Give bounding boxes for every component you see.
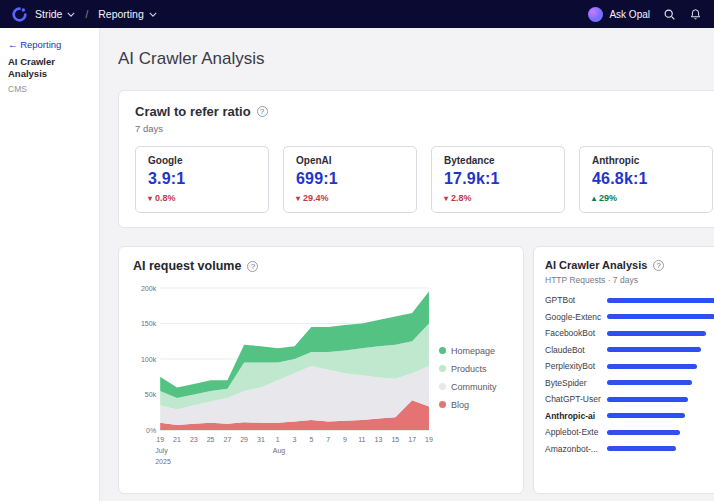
stacked-area-chart: 0%50k100k150k200k19212325272931135791113…: [133, 279, 435, 476]
legend-item-homepage[interactable]: Homepage: [439, 346, 509, 356]
crawl-to-refer-ratio-card: Crawl to refer ratio ? 7 days Google 3.9…: [118, 90, 714, 228]
crawler-bot-label: GPTBot: [545, 295, 607, 305]
crawler-bot-label: Google-Extenc: [545, 312, 607, 322]
legend-item-blog[interactable]: Blog: [439, 400, 509, 410]
crawler-bar-fill: [607, 347, 701, 352]
metric-delta: ▴29%: [592, 193, 700, 203]
crawler-card-title: AI Crawler Analysis: [545, 259, 647, 271]
crawler-bar-fill: [607, 314, 714, 319]
metric-card-bytedance: Bytedance 17.9k:1 ▾2.8%: [431, 146, 565, 213]
metric-label: Bytedance: [444, 155, 552, 166]
product-name: Stride: [35, 8, 62, 20]
svg-text:July: July: [155, 447, 168, 455]
help-icon[interactable]: ?: [257, 106, 268, 117]
help-icon[interactable]: ?: [247, 261, 258, 272]
legend-label: Blog: [451, 400, 469, 410]
svg-text:19: 19: [156, 436, 164, 443]
delta-value: 29.4%: [303, 193, 329, 203]
legend-item-products[interactable]: Products: [439, 364, 509, 374]
crawler-bar-track: [607, 331, 714, 336]
legend-label: Homepage: [451, 346, 495, 356]
crawler-bot-label: Amazonbot-...: [545, 444, 607, 454]
crawler-bar-row: ClaudeBot: [545, 345, 714, 355]
metric-label: Anthropic: [592, 155, 700, 166]
crawler-bar-track: [607, 364, 714, 369]
svg-text:2025: 2025: [155, 458, 171, 465]
product-switcher-dropdown[interactable]: Stride: [35, 8, 75, 20]
crawler-bar-list: GPTBotGoogle-ExtencFacebookBotClaudeBotP…: [545, 295, 714, 454]
metric-label: Google: [148, 155, 256, 166]
legend-item-community[interactable]: Community: [439, 382, 509, 392]
svg-text:31: 31: [257, 436, 265, 443]
delta-value: 0.8%: [155, 193, 176, 203]
delta-arrow-icon: ▾: [296, 194, 300, 203]
ask-opal-label: Ask Opal: [609, 9, 650, 20]
crawler-bar-fill: [607, 364, 697, 369]
chevron-down-icon: [67, 12, 75, 17]
top-navbar: Stride / Reporting Ask Opal: [0, 0, 714, 28]
legend-dot-icon: [439, 347, 446, 354]
main-content: AI Crawler Analysis Crawl to refer ratio…: [100, 28, 714, 501]
metric-value: 699:1: [296, 170, 404, 188]
crawler-bar-row: Google-Extenc: [545, 312, 714, 322]
legend-label: Products: [451, 364, 487, 374]
brand-logo-icon[interactable]: [12, 7, 27, 22]
crawler-bot-label: PerplexityBot: [545, 361, 607, 371]
ratio-card-title: Crawl to refer ratio: [135, 104, 251, 119]
ai-request-volume-card: AI request volume ? 0%50k100k150k200k192…: [118, 246, 524, 494]
metric-delta: ▾29.4%: [296, 193, 404, 203]
svg-text:150k: 150k: [141, 320, 157, 327]
crawler-bar-fill: [607, 430, 680, 435]
breadcrumb-separator: /: [83, 9, 90, 20]
metric-card-anthropic: Anthropic 46.8k:1 ▴29%: [579, 146, 713, 213]
crawler-bar-fill: [607, 446, 676, 451]
crawler-bot-label: ClaudeBot: [545, 345, 607, 355]
section-dropdown-reporting[interactable]: Reporting: [98, 8, 157, 20]
crawler-bar-row: ByteSpider: [545, 378, 714, 388]
svg-text:21: 21: [173, 436, 181, 443]
crawler-bar-track: [607, 397, 714, 402]
svg-text:1: 1: [276, 436, 280, 443]
svg-text:17: 17: [408, 436, 416, 443]
legend-dot-icon: [439, 365, 446, 372]
legend-label: Community: [451, 382, 497, 392]
crawler-bar-track: [607, 413, 714, 418]
svg-text:15: 15: [391, 436, 399, 443]
crawler-bot-label: ByteSpider: [545, 378, 607, 388]
svg-text:25: 25: [207, 436, 215, 443]
crawler-bot-label: ChatGPT-User: [545, 394, 607, 404]
crawler-card-subtitle: HTTP Requests · 7 days: [545, 275, 714, 285]
crawler-bar-row: ChatGPT-User: [545, 394, 714, 404]
crawler-bar-fill: [607, 331, 706, 336]
crawler-bot-label: Anthropic-ai: [545, 411, 607, 421]
chart-legend: HomepageProductsCommunityBlog: [435, 279, 509, 476]
crawler-bar-fill: [607, 298, 714, 303]
legend-dot-icon: [439, 383, 446, 390]
notifications-bell-icon[interactable]: [689, 8, 702, 21]
ai-crawler-analysis-card: AI Crawler Analysis ? HTTP Requests · 7 …: [533, 246, 714, 494]
chevron-down-icon: [149, 12, 157, 17]
page-title: AI Crawler Analysis: [118, 49, 714, 69]
metric-card-google: Google 3.9:1 ▾0.8%: [135, 146, 269, 213]
sidebar-report-subtitle: CMS: [8, 84, 91, 94]
volume-card-title: AI request volume: [133, 259, 241, 273]
crawler-bar-row: PerplexityBot: [545, 361, 714, 371]
svg-text:Aug: Aug: [273, 447, 286, 455]
search-icon[interactable]: [663, 8, 676, 21]
svg-text:200k: 200k: [141, 285, 157, 292]
svg-text:9: 9: [343, 436, 347, 443]
svg-text:50k: 50k: [145, 391, 157, 398]
back-to-reporting-link[interactable]: ← Reporting: [8, 39, 91, 50]
help-icon[interactable]: ?: [653, 260, 664, 271]
ask-opal-button[interactable]: Ask Opal: [588, 7, 650, 22]
delta-value: 29%: [599, 193, 617, 203]
crawler-bar-track: [607, 347, 714, 352]
svg-text:19: 19: [425, 436, 433, 443]
svg-text:11: 11: [358, 436, 365, 443]
crawler-bar-fill: [607, 413, 685, 418]
legend-dot-icon: [439, 401, 446, 408]
crawler-bot-label: Applebot-Exte: [545, 427, 607, 437]
svg-text:0%: 0%: [146, 427, 156, 434]
metric-value: 3.9:1: [148, 170, 256, 188]
svg-text:5: 5: [309, 436, 313, 443]
